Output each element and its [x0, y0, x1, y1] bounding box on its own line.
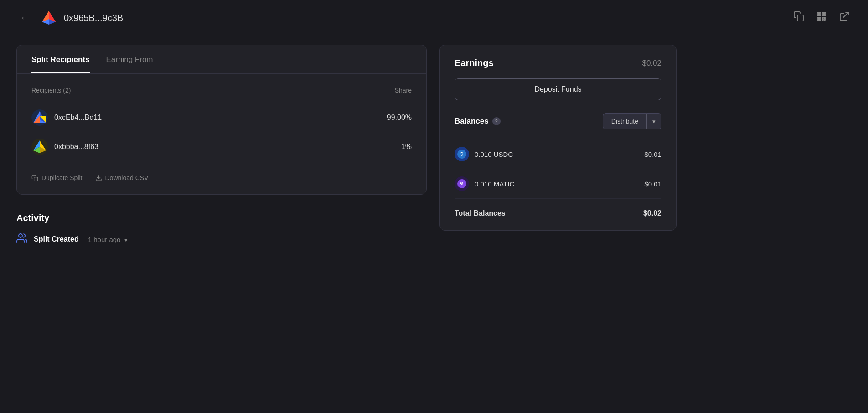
tab-earning-from[interactable]: Earning From	[106, 45, 153, 73]
total-balances-label: Total Balances	[455, 209, 506, 217]
qr-button[interactable]	[814, 9, 829, 26]
activity-section: Activity Split Created 1 hour ago ▾	[16, 213, 427, 246]
download-csv-button[interactable]: Download CSV	[95, 174, 149, 181]
usdc-name: 0.010 USDC	[475, 150, 513, 158]
distribute-dropdown-button[interactable]: ▾	[646, 113, 661, 129]
matic-icon	[455, 176, 469, 191]
recipient-row: 0xcEb4...Bd11 99.00%	[31, 103, 412, 132]
total-balances-value: $0.02	[643, 209, 661, 217]
avatar	[31, 139, 48, 155]
copy-button[interactable]	[791, 9, 806, 26]
activity-item: Split Created 1 hour ago ▾	[16, 232, 427, 246]
balance-item-usdc: 0.010 USDC $0.01	[455, 139, 661, 169]
balance-left: 0.010 MATIC	[455, 176, 514, 191]
header: ← 0x965B...9c3B	[0, 0, 868, 26]
matic-name: 0.010 MATIC	[475, 180, 514, 188]
earnings-title: Earnings	[455, 58, 494, 68]
tab-split-recipients[interactable]: Split Recipients	[31, 45, 90, 73]
balance-left: 0.010 USDC	[455, 147, 513, 161]
header-left: ← 0x965B...9c3B	[16, 9, 123, 26]
right-panel: Earnings $0.02 Deposit Funds Balances ? …	[439, 45, 677, 231]
recipient-share: 99.00%	[387, 114, 412, 122]
wallet-address: 0x965B...9c3B	[64, 13, 123, 23]
balances-left: Balances ?	[455, 117, 501, 126]
recipient-address: 0xcEb4...Bd11	[54, 114, 102, 122]
recipient-left: 0xcEb4...Bd11	[31, 109, 102, 126]
card-body: Recipients (2) Share	[17, 74, 426, 194]
chevron-down-icon[interactable]: ▾	[124, 237, 128, 243]
wallet-logo	[40, 9, 57, 26]
external-link-button[interactable]	[837, 9, 852, 26]
back-button[interactable]: ←	[16, 10, 34, 26]
svg-point-14	[457, 150, 466, 159]
earnings-card: Earnings $0.02 Deposit Funds Balances ? …	[439, 45, 677, 231]
distribute-button[interactable]: Distribute	[603, 113, 646, 129]
avatar	[31, 109, 48, 126]
header-actions	[791, 9, 852, 26]
download-label: Download CSV	[105, 174, 149, 181]
split-recipients-card: Split Recipients Earning From Recipients…	[16, 45, 427, 195]
main-content: Split Recipients Earning From Recipients…	[0, 26, 868, 264]
share-column-label: Share	[395, 87, 412, 94]
chevron-down-icon: ▾	[652, 118, 656, 125]
recipient-address: 0xbbba...8f63	[54, 143, 98, 151]
balance-item-matic: 0.010 MATIC $0.01	[455, 169, 661, 199]
svg-rect-11	[34, 177, 38, 181]
balances-header: Balances ? Distribute ▾	[455, 113, 661, 129]
activity-type: Split Created	[34, 235, 79, 243]
balances-title: Balances	[455, 117, 489, 126]
svg-rect-1	[797, 15, 803, 21]
recipients-header: Recipients (2) Share	[31, 87, 412, 94]
distribute-group: Distribute ▾	[603, 113, 661, 129]
card-actions: Duplicate Split Download CSV	[31, 165, 412, 181]
deposit-funds-button[interactable]: Deposit Funds	[455, 78, 661, 100]
activity-icon	[16, 232, 27, 246]
matic-value: $0.01	[644, 180, 661, 188]
tabs: Split Recipients Earning From	[17, 45, 426, 74]
help-icon[interactable]: ?	[492, 117, 501, 125]
recipient-row: 0xbbba...8f63 1%	[31, 132, 412, 161]
left-panel: Split Recipients Earning From Recipients…	[16, 45, 427, 246]
recipient-left: 0xbbba...8f63	[31, 139, 98, 155]
earnings-header: Earnings $0.02	[455, 58, 661, 68]
svg-point-13	[19, 234, 22, 237]
svg-line-8	[843, 12, 848, 17]
svg-rect-7	[818, 18, 820, 20]
usdc-icon	[455, 147, 469, 161]
activity-title: Activity	[16, 213, 427, 223]
total-balances-row: Total Balances $0.02	[455, 201, 661, 217]
recipient-share: 1%	[401, 143, 412, 151]
duplicate-label: Duplicate Split	[41, 174, 83, 181]
recipients-count-label: Recipients (2)	[31, 87, 71, 94]
earnings-total: $0.02	[642, 59, 661, 68]
duplicate-split-button[interactable]: Duplicate Split	[31, 174, 83, 181]
svg-rect-5	[818, 13, 820, 15]
usdc-value: $0.01	[644, 150, 661, 158]
activity-time: 1 hour ago ▾	[88, 236, 128, 243]
svg-rect-6	[823, 13, 825, 15]
